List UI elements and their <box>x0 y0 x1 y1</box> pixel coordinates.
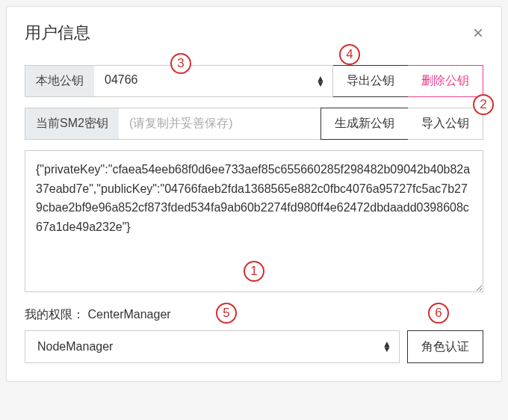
role-select-value: NodeManager <box>37 340 113 353</box>
select-arrows-icon: ▲▼ <box>316 75 325 86</box>
role-auth-row: NodeManager ▲▼ 角色认证 <box>25 330 483 363</box>
modal-title: 用户信息 <box>25 22 90 44</box>
role-select[interactable]: NodeManager ▲▼ <box>25 330 400 363</box>
local-key-value: 04766 <box>105 73 138 86</box>
sm2-key-row: 当前SM2密钥 (请复制并妥善保存) 生成新公钥 导入公钥 2 <box>25 108 483 140</box>
generate-key-button[interactable]: 生成新公钥 <box>320 108 409 140</box>
close-icon[interactable]: × <box>473 24 483 42</box>
sm2-key-label: 当前SM2密钥 <box>25 108 120 140</box>
key-textarea-wrapper: 1 <box>25 150 483 295</box>
import-key-button[interactable]: 导入公钥 <box>408 108 483 140</box>
permissions-value: CenterManager <box>87 308 170 321</box>
annotation-6: 6 <box>428 303 449 324</box>
sm2-key-placeholder: (请复制并妥善保存) <box>119 108 321 140</box>
permissions-label: 我的权限： CenterManager 5 6 <box>25 307 483 323</box>
select-arrows-icon: ▲▼ <box>382 342 391 352</box>
delete-key-button[interactable]: 删除公钥 <box>408 65 483 97</box>
export-key-button[interactable]: 导出公钥 <box>332 65 409 97</box>
key-json-textarea[interactable] <box>25 150 483 292</box>
user-info-modal: 用户信息 × 本地公钥 04766 ▲▼ 导出公钥 删除公钥 3 4 当前SM2… <box>6 6 502 382</box>
local-key-label: 本地公钥 <box>25 65 95 97</box>
permissions-label-text: 我的权限： <box>25 308 84 321</box>
local-key-row: 本地公钥 04766 ▲▼ 导出公钥 删除公钥 3 4 <box>25 65 483 97</box>
local-key-select[interactable]: 04766 ▲▼ <box>94 65 333 97</box>
annotation-4: 4 <box>339 44 360 65</box>
annotation-5: 5 <box>216 303 237 324</box>
role-auth-button[interactable]: 角色认证 <box>407 330 483 363</box>
modal-header: 用户信息 × <box>25 22 483 44</box>
